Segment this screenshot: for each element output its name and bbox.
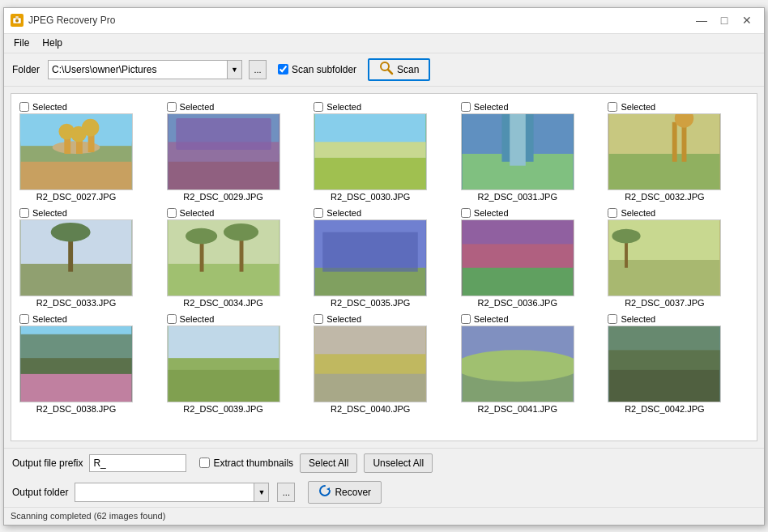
selected-label: Selected	[621, 208, 655, 218]
svg-rect-28	[609, 153, 720, 189]
svg-point-51	[612, 228, 641, 243]
unselect-all-button[interactable]: Unselect All	[364, 453, 433, 473]
image-thumbnail[interactable]	[314, 219, 427, 296]
image-thumbnail[interactable]	[608, 326, 721, 402]
image-thumbnail[interactable]	[608, 219, 721, 296]
image-select-checkbox[interactable]	[314, 314, 323, 324]
image-thumbnail[interactable]	[167, 219, 280, 296]
folder-dropdown-button[interactable]: ▼	[227, 61, 241, 79]
image-select-checkbox[interactable]	[461, 208, 471, 218]
image-thumbnail[interactable]	[314, 326, 427, 402]
selected-label: Selected	[621, 102, 655, 112]
image-filename: R2_DSC_0040.JPG	[314, 404, 427, 414]
window-controls: — □ ✕	[691, 11, 757, 30]
selected-label: Selected	[326, 208, 361, 218]
output-prefix-label: Output file prefix	[12, 458, 83, 469]
app-title: JPEG Recovery Pro	[28, 15, 691, 26]
image-select-checkbox[interactable]	[608, 208, 617, 218]
svg-rect-21	[315, 157, 426, 189]
selected-label: Selected	[32, 102, 67, 112]
image-thumbnail[interactable]	[608, 113, 721, 190]
image-filename: R2_DSC_0030.JPG	[314, 192, 427, 202]
selected-label: Selected	[474, 314, 509, 324]
image-thumbnail[interactable]	[461, 113, 574, 190]
minimize-button[interactable]: —	[691, 11, 712, 30]
image-cell-header: Selected	[19, 314, 67, 324]
image-select-checkbox[interactable]	[314, 208, 323, 218]
image-cell-header: Selected	[314, 102, 361, 112]
maximize-button[interactable]: □	[714, 11, 735, 30]
extract-thumbnails-wrap: Extract thumbnails	[199, 458, 293, 469]
image-cell: Selected R2_DSC_0042.JPG	[606, 313, 750, 415]
image-thumbnail[interactable]	[167, 113, 280, 190]
output-folder-dropdown-button[interactable]: ▼	[254, 483, 268, 501]
image-filename: R2_DSC_0031.JPG	[461, 192, 574, 202]
status-message: Scanning completed (62 images found)	[11, 511, 165, 521]
extract-thumbnails-checkbox[interactable]	[199, 458, 210, 468]
selected-label: Selected	[180, 314, 215, 324]
image-thumbnail[interactable]	[19, 326, 133, 402]
image-select-checkbox[interactable]	[167, 102, 177, 112]
image-select-checkbox[interactable]	[19, 314, 29, 324]
svg-rect-33	[20, 263, 131, 295]
recover-button[interactable]: Recover	[308, 481, 382, 504]
output-folder-browse-button[interactable]: ...	[277, 483, 295, 502]
svg-rect-7	[20, 161, 131, 189]
image-cell: Selected R2_DSC_0032.JPG	[606, 100, 750, 203]
main-window: JPEG Recovery Pro — □ ✕ File Help Folder…	[3, 7, 765, 526]
menu-file[interactable]: File	[7, 36, 36, 50]
image-filename: R2_DSC_0041.JPG	[461, 404, 574, 414]
image-select-checkbox[interactable]	[608, 102, 617, 112]
title-bar: JPEG Recovery Pro — □ ✕	[4, 8, 764, 34]
svg-rect-55	[20, 334, 131, 373]
folder-browse-button[interactable]: ...	[249, 60, 267, 79]
image-select-checkbox[interactable]	[461, 102, 471, 112]
selected-label: Selected	[180, 102, 215, 112]
selected-label: Selected	[474, 102, 509, 112]
image-thumbnail[interactable]	[461, 219, 574, 296]
image-thumbnail[interactable]	[461, 326, 574, 402]
svg-rect-54	[20, 373, 131, 401]
image-select-checkbox[interactable]	[167, 208, 177, 218]
output-folder-input[interactable]	[75, 483, 254, 501]
image-cell-header: Selected	[314, 208, 361, 218]
image-select-checkbox[interactable]	[19, 102, 29, 112]
image-select-checkbox[interactable]	[461, 314, 471, 324]
image-cell-header: Selected	[314, 314, 361, 324]
image-select-checkbox[interactable]	[608, 314, 617, 324]
svg-rect-22	[315, 142, 426, 158]
svg-rect-47	[462, 244, 573, 267]
select-all-button[interactable]: Select All	[300, 453, 357, 473]
content-area: Selected R2_DSC_0027.JPG Selected R2_DSC…	[4, 87, 764, 448]
image-select-checkbox[interactable]	[167, 314, 177, 324]
image-thumbnail[interactable]	[19, 219, 133, 296]
folder-input[interactable]	[49, 61, 227, 79]
image-cell: Selected R2_DSC_0033.JPG	[18, 206, 162, 309]
image-cell-header: Selected	[608, 314, 655, 324]
image-thumbnail[interactable]	[19, 113, 133, 190]
image-thumbnail[interactable]	[167, 326, 280, 402]
toolbar: Folder ▼ ... Scan subfolder Scan	[4, 53, 764, 87]
image-grid-container[interactable]: Selected R2_DSC_0027.JPG Selected R2_DSC…	[11, 93, 757, 441]
image-cell: Selected R2_DSC_0038.JPG	[18, 313, 162, 415]
output-prefix-input[interactable]	[89, 454, 186, 472]
svg-rect-58	[168, 369, 279, 401]
scan-button[interactable]: Scan	[368, 58, 430, 81]
close-button[interactable]: ✕	[736, 11, 757, 30]
scan-subfolder-checkbox[interactable]	[278, 64, 288, 74]
bottom-bar-2: Output folder ▼ ... Recover	[4, 478, 764, 507]
recover-icon	[318, 484, 331, 500]
image-select-checkbox[interactable]	[314, 102, 323, 112]
image-select-checkbox[interactable]	[19, 208, 29, 218]
output-folder-label: Output folder	[12, 487, 68, 498]
image-thumbnail[interactable]	[314, 113, 427, 190]
menu-help[interactable]: Help	[36, 36, 69, 50]
image-filename: R2_DSC_0036.JPG	[461, 298, 574, 308]
svg-point-14	[82, 118, 100, 136]
image-cell-header: Selected	[608, 208, 655, 218]
image-filename: R2_DSC_0032.JPG	[608, 192, 721, 202]
selected-label: Selected	[326, 314, 361, 324]
image-filename: R2_DSC_0037.JPG	[608, 298, 721, 308]
svg-rect-2	[15, 16, 19, 18]
image-filename: R2_DSC_0029.JPG	[167, 192, 280, 202]
